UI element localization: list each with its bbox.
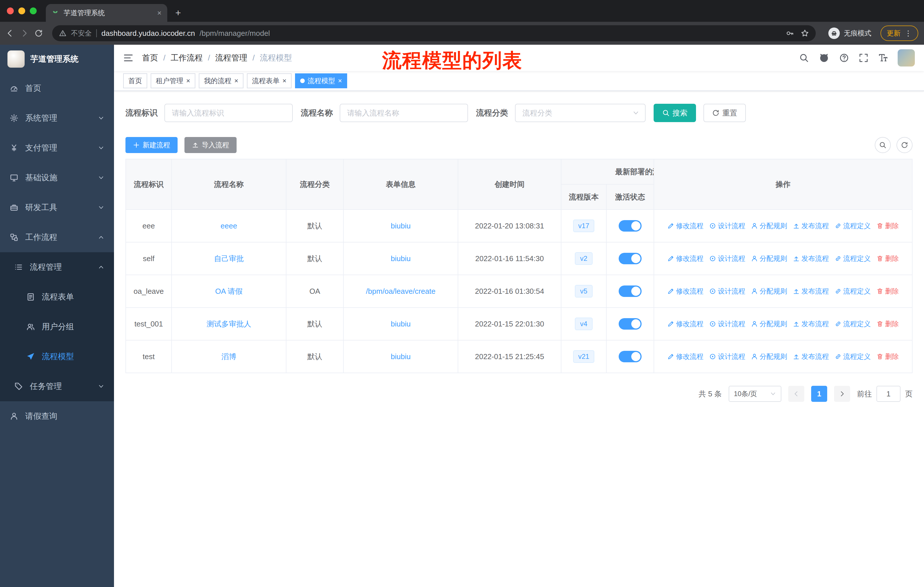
action-delete[interactable]: 删除 [876,221,899,230]
action-design[interactable]: 设计流程 [709,221,745,230]
process-name-link[interactable]: 滔博 [221,352,236,361]
form-info-link[interactable]: /bpm/oa/leave/create [366,287,436,296]
goto-page-input[interactable] [876,386,901,402]
close-icon[interactable]: × [338,77,342,85]
tab-close-icon[interactable]: × [157,8,162,18]
next-page-button[interactable] [834,386,850,402]
form-info-link[interactable]: biubiu [391,352,411,361]
action-design[interactable]: 设计流程 [709,352,745,361]
action-definition[interactable]: 流程定义 [835,221,871,230]
import-process-button[interactable]: 导入流程 [185,137,237,153]
new-tab-button[interactable]: + [175,7,181,18]
action-assign-rules[interactable]: 分配规则 [751,319,787,329]
action-delete[interactable]: 删除 [876,254,899,263]
back-button[interactable] [6,29,14,38]
action-delete[interactable]: 删除 [876,352,899,361]
page-number-button[interactable]: 1 [811,386,827,402]
tag-process-model[interactable]: 流程模型× [295,73,347,88]
action-modify[interactable]: 修改流程 [667,352,703,361]
sidebar-item-process-model[interactable]: 流程模型 [0,342,114,372]
active-toggle[interactable] [619,286,642,297]
tag-my-process[interactable]: 我的流程× [199,73,243,88]
active-toggle[interactable] [619,220,642,231]
active-toggle[interactable] [619,351,642,362]
version-badge[interactable]: v2 [575,252,592,265]
close-icon[interactable]: × [282,77,286,85]
action-publish[interactable]: 发布流程 [793,221,829,230]
action-modify[interactable]: 修改流程 [667,319,703,329]
action-modify[interactable]: 修改流程 [667,287,703,296]
breadcrumb-item[interactable]: 流程管理 [215,53,248,63]
sidebar-item-process-form[interactable]: 流程表单 [0,282,114,312]
version-badge[interactable]: v4 [575,317,592,330]
reset-button[interactable]: 重置 [703,104,746,122]
toggle-search-button[interactable] [875,137,891,153]
address-bar[interactable]: 不安全 dashboard.yudao.iocoder.cn /bpm/mana… [52,25,816,41]
active-toggle[interactable] [619,318,642,330]
action-definition[interactable]: 流程定义 [835,254,871,263]
tag-tenant[interactable]: 租户管理× [151,73,195,88]
browser-update-button[interactable]: 更新 ⋮ [881,25,918,41]
version-badge[interactable]: v5 [575,285,592,298]
browser-tab[interactable]: 芋道管理系统 × [46,4,167,22]
minimize-window-button[interactable] [18,7,25,14]
breadcrumb-item[interactable]: 流程模型 [260,53,292,63]
action-definition[interactable]: 流程定义 [835,319,871,329]
sidebar-item-task-mgmt[interactable]: 任务管理 [0,372,114,401]
sidebar-item-home[interactable]: 首页 [0,73,114,103]
form-info-link[interactable]: biubiu [391,254,411,263]
menu-kebab-icon[interactable]: ⋮ [904,29,912,38]
github-icon[interactable] [818,53,830,63]
sidebar-item-leave-query[interactable]: 请假查询 [0,401,114,431]
sidebar-item-infra[interactable]: 基础设施 [0,163,114,193]
process-name-input[interactable] [340,104,468,122]
sidebar-item-user-group[interactable]: 用户分组 [0,312,114,342]
action-publish[interactable]: 发布流程 [793,254,829,263]
tag-home[interactable]: 首页 [123,73,147,88]
version-badge[interactable]: v21 [573,350,595,363]
action-assign-rules[interactable]: 分配规则 [751,221,787,230]
breadcrumb-item[interactable]: 首页 [142,53,158,63]
hamburger-icon[interactable] [123,53,134,63]
action-design[interactable]: 设计流程 [709,287,745,296]
action-publish[interactable]: 发布流程 [793,352,829,361]
user-avatar[interactable] [898,49,915,66]
fullscreen-icon[interactable] [859,53,868,63]
category-select[interactable]: 流程分类 [515,104,645,122]
action-publish[interactable]: 发布流程 [793,319,829,329]
reload-button[interactable] [35,29,43,38]
close-window-button[interactable] [7,7,14,14]
close-icon[interactable]: × [186,77,190,85]
search-icon[interactable] [799,53,809,63]
action-design[interactable]: 设计流程 [709,319,745,329]
action-delete[interactable]: 删除 [876,319,899,329]
page-size-select[interactable]: 10条/页 [729,386,781,402]
action-definition[interactable]: 流程定义 [835,287,871,296]
action-assign-rules[interactable]: 分配规则 [751,287,787,296]
action-delete[interactable]: 删除 [876,287,899,296]
breadcrumb-item[interactable]: 工作流程 [171,53,203,63]
action-definition[interactable]: 流程定义 [835,352,871,361]
form-info-link[interactable]: biubiu [391,319,411,328]
process-name-link[interactable]: 自己审批 [214,254,244,263]
bookmark-star-icon[interactable] [801,29,809,37]
sidebar-item-devtools[interactable]: 研发工具 [0,193,114,222]
sidebar-item-process-mgmt[interactable]: 流程管理 [0,252,114,282]
search-button[interactable]: 搜索 [653,104,696,122]
process-name-link[interactable]: OA 请假 [215,287,242,296]
action-publish[interactable]: 发布流程 [793,287,829,296]
action-design[interactable]: 设计流程 [709,254,745,263]
tag-process-form[interactable]: 流程表单× [247,73,292,88]
sidebar-item-system[interactable]: 系统管理 [0,103,114,133]
process-name-link[interactable]: 测试多审批人 [206,319,251,328]
refresh-table-button[interactable] [896,137,912,153]
font-size-icon[interactable] [878,53,888,63]
active-toggle[interactable] [619,253,642,264]
close-icon[interactable]: × [234,77,238,85]
action-modify[interactable]: 修改流程 [667,254,703,263]
action-assign-rules[interactable]: 分配规则 [751,254,787,263]
process-name-link[interactable]: eeee [221,222,237,230]
action-assign-rules[interactable]: 分配规则 [751,352,787,361]
password-key-icon[interactable] [786,29,794,37]
version-badge[interactable]: v17 [573,220,595,232]
